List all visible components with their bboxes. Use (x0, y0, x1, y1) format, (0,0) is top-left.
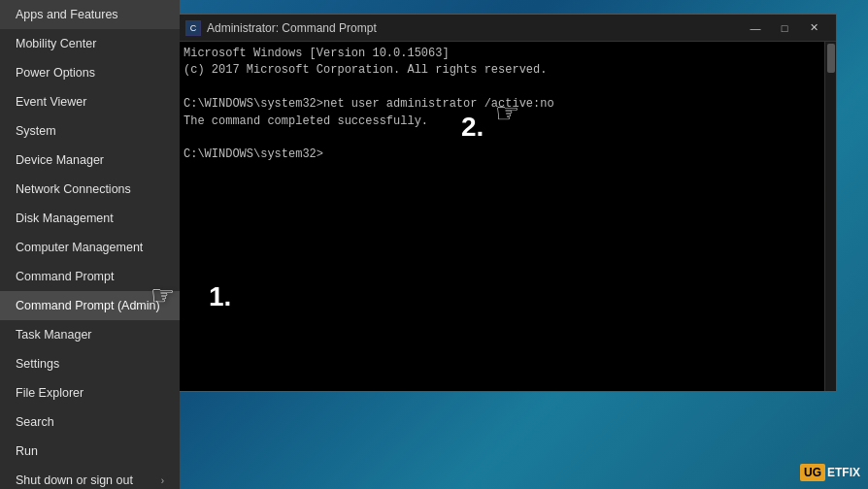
cmd-line: C:\WINDOWS\system32>net user administrat… (184, 96, 818, 113)
cmd-line: The command completed successfully. (184, 114, 818, 130)
menu-item-network-connections[interactable]: Network Connections (0, 175, 180, 204)
menu-item-system[interactable]: System (0, 116, 180, 146)
menu-item-label-search: Search (16, 415, 54, 429)
menu-item-command-prompt-admin[interactable]: Command Prompt (Admin) (0, 291, 180, 320)
menu-item-event-viewer[interactable]: Event Viewer (0, 87, 180, 116)
menu-item-mobility-center[interactable]: Mobility Center (0, 29, 180, 58)
menu-item-computer-management[interactable]: Computer Management (0, 233, 180, 262)
context-menu: Apps and FeaturesMobility CenterPower Op… (0, 0, 180, 489)
cmd-line (184, 130, 818, 147)
menu-item-label-shut-down: Shut down or sign out (16, 473, 133, 487)
menu-item-settings[interactable]: Settings (0, 349, 180, 378)
menu-item-disk-management[interactable]: Disk Management (0, 204, 180, 233)
cmd-titlebar: C Administrator: Command Prompt — □ ✕ (178, 15, 836, 42)
menu-item-device-manager[interactable]: Device Manager (0, 146, 180, 175)
watermark-fix: ETFIX (827, 466, 860, 479)
cmd-line (184, 80, 818, 96)
maximize-button[interactable]: □ (770, 18, 799, 38)
menu-item-search[interactable]: Search (0, 408, 180, 437)
cmd-body: Microsoft Windows [Version 10.0.15063](c… (178, 42, 836, 391)
menu-item-label-run: Run (16, 444, 38, 458)
menu-item-arrow-shut-down: › (161, 475, 164, 486)
menu-item-label-device-manager: Device Manager (16, 153, 104, 167)
menu-item-label-computer-management: Computer Management (16, 241, 143, 254)
cmd-content[interactable]: Microsoft Windows [Version 10.0.15063](c… (178, 42, 824, 391)
menu-item-label-apps-features: Apps and Features (16, 8, 118, 21)
cmd-controls: — □ ✕ (741, 18, 828, 38)
menu-item-label-system: System (16, 124, 56, 138)
cmd-scrollbar[interactable] (824, 42, 836, 391)
menu-item-label-task-manager: Task Manager (16, 328, 92, 342)
menu-item-label-mobility-center: Mobility Center (16, 37, 96, 50)
menu-item-shut-down[interactable]: Shut down or sign out› (0, 466, 180, 489)
menu-item-label-command-prompt: Command Prompt (16, 270, 114, 283)
watermark-ug: UG (800, 464, 825, 481)
menu-item-label-command-prompt-admin: Command Prompt (Admin) (16, 299, 160, 312)
cmd-titlebar-left: C Administrator: Command Prompt (185, 20, 377, 36)
menu-item-power-options[interactable]: Power Options (0, 58, 180, 87)
cmd-app-icon: C (185, 20, 201, 36)
close-button[interactable]: ✕ (799, 18, 828, 38)
cmd-title: Administrator: Command Prompt (207, 21, 377, 35)
minimize-button[interactable]: — (741, 18, 770, 38)
menu-item-label-file-explorer: File Explorer (16, 386, 83, 400)
menu-item-label-event-viewer: Event Viewer (16, 95, 86, 109)
cmd-line: (c) 2017 Microsoft Corporation. All righ… (184, 62, 818, 79)
scrollbar-thumb (827, 44, 835, 73)
menu-item-file-explorer[interactable]: File Explorer (0, 378, 180, 408)
menu-item-command-prompt[interactable]: Command Prompt (0, 262, 180, 291)
menu-item-task-manager[interactable]: Task Manager (0, 320, 180, 349)
menu-item-label-network-connections: Network Connections (16, 182, 131, 196)
menu-item-label-disk-management: Disk Management (16, 212, 114, 225)
cmd-window: C Administrator: Command Prompt — □ ✕ Mi… (177, 14, 837, 392)
desktop: Apps and FeaturesMobility CenterPower Op… (0, 0, 868, 489)
menu-item-label-settings: Settings (16, 357, 59, 371)
cmd-line: Microsoft Windows [Version 10.0.15063] (184, 46, 818, 62)
menu-item-run[interactable]: Run (0, 437, 180, 466)
menu-item-label-power-options: Power Options (16, 66, 95, 80)
watermark: UG ETFIX (800, 464, 860, 481)
menu-item-apps-features[interactable]: Apps and Features (0, 0, 180, 29)
cmd-line: C:\WINDOWS\system32> (184, 147, 818, 163)
